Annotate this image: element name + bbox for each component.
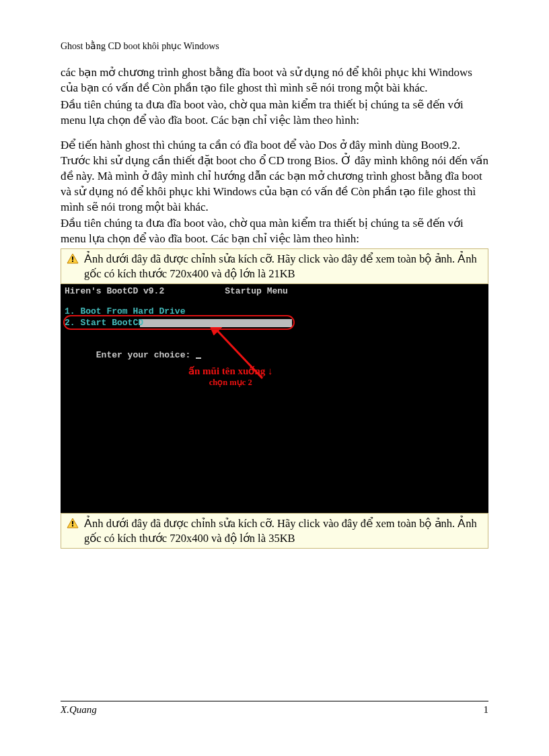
footer-author: X.Quang (61, 704, 97, 716)
annotation-line1: ấn mũi tên xuống ↓ (188, 365, 273, 377)
notice-text: Ảnh dưới đây đã được chỉnh sửa kích cỡ. … (84, 517, 477, 544)
cursor-icon (196, 357, 201, 359)
annotation-text: ấn mũi tên xuống ↓ chọn mục 2 (188, 365, 273, 388)
terminal-title-right: Startup Menu (225, 286, 288, 296)
page-footer: X.Quang 1 (61, 701, 488, 716)
footer-page-number: 1 (484, 704, 489, 716)
terminal-title-left: Hiren's BootCD v9.2 (65, 286, 164, 296)
header-title: Ghost bằng CD boot khôi phục Windows (61, 40, 488, 52)
terminal-prompt: Enter your choice: (61, 340, 488, 370)
svg-rect-5 (72, 521, 73, 524)
svg-rect-1 (72, 256, 73, 260)
paragraph-4: Đầu tiên chúng ta đưa đĩa boot vào, chờ … (61, 216, 488, 247)
red-circle-annotation (63, 315, 295, 330)
warning-icon (67, 253, 79, 264)
paragraph-1: các bạn mở chương trình ghost bằng đĩa b… (61, 65, 488, 96)
notice-text: Ảnh dưới đây đã được chỉnh sửa kích cỡ. … (84, 252, 477, 279)
boot-terminal-screenshot: Hiren's BootCD v9.2 Startup Menu 1. Boot… (61, 284, 488, 513)
resize-notice-2[interactable]: Ảnh dưới đây đã được chỉnh sửa kích cỡ. … (61, 513, 488, 549)
warning-icon (67, 518, 79, 528)
svg-rect-6 (72, 525, 73, 526)
paragraph-3: Để tiến hành ghost thì chúng ta cần có đ… (61, 138, 488, 215)
annotation-line2: chọn mục 2 (188, 377, 273, 388)
boot-option-2: 2. Start BootCD (61, 318, 488, 328)
resize-notice-1[interactable]: Ảnh dưới đây đã được chỉnh sửa kích cỡ. … (61, 248, 488, 284)
svg-rect-2 (72, 261, 73, 262)
paragraph-2: Đầu tiên chúng ta đưa đĩa boot vào, chờ … (61, 98, 488, 129)
